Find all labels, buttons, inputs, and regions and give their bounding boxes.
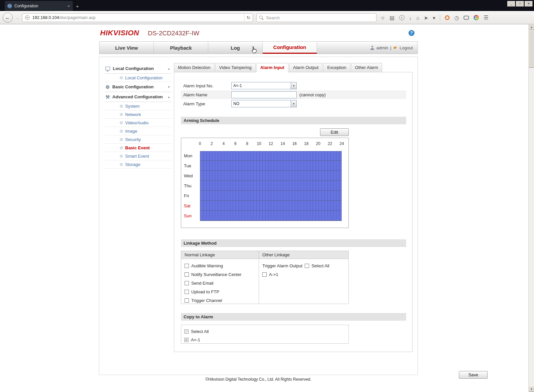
tab-alarm-input[interactable]: Alarm Input — [256, 63, 288, 72]
minimize-button[interactable]: _ — [507, 1, 515, 7]
home-icon[interactable]: ⌂ — [416, 15, 419, 20]
schedule-grid[interactable] — [200, 151, 342, 221]
trigger-channel-checkbox[interactable] — [185, 298, 189, 303]
alarm-input-no-select[interactable]: A<-1 ▼ — [231, 82, 297, 89]
edit-schedule-button[interactable]: Edit — [320, 128, 349, 136]
sidebar-item-system[interactable]: System — [105, 102, 172, 110]
checkbox-row-a-to-1[interactable]: A->1 — [262, 270, 348, 279]
reload-button[interactable]: ↻ — [244, 14, 253, 22]
window-titlebar: Configuration ✕ + _ □ ✕ — [0, 0, 534, 11]
alarm-type-label: Alarm Type — [181, 101, 231, 106]
scrollbar-thumb[interactable] — [529, 30, 534, 68]
checkbox-label: A<-1 — [191, 337, 200, 342]
pocket-icon[interactable]: ∨ — [399, 15, 405, 20]
checkbox-row-notify-surveillance-center[interactable]: Notify Surveillance Center — [185, 270, 259, 279]
new-tab-button[interactable]: + — [73, 1, 82, 11]
sidebar-item-local-configuration[interactable]: Local Configuration — [105, 74, 172, 82]
tab-motion-detection[interactable]: Motion Detection — [174, 63, 215, 72]
alarm-type-select[interactable]: NO ▼ — [231, 100, 297, 107]
alarm-output-a1-checkbox[interactable] — [262, 272, 267, 277]
sidebar-item-storage[interactable]: Storage — [105, 160, 172, 169]
tab-close-icon[interactable]: ✕ — [67, 4, 70, 8]
select-arrow-icon[interactable]: ▼ — [291, 82, 296, 89]
copy-a1-checkbox[interactable]: ✓ — [184, 338, 189, 342]
scroll-down-button[interactable]: ▼ — [529, 386, 534, 392]
nav-tab-playback[interactable]: Playback — [154, 42, 208, 54]
main-nav: Live View Playback Log Configuration adm… — [99, 41, 418, 54]
nav-tab-configuration[interactable]: Configuration — [263, 42, 317, 54]
tab-alarm-output[interactable]: Alarm Output — [289, 63, 323, 72]
copy-a1-row[interactable]: ✓ A<-1 — [184, 336, 348, 344]
check-icon: ✓ — [185, 338, 188, 342]
sidebar-group-local-configuration[interactable]: Local Configuration ▴ — [105, 64, 172, 74]
schedule-hour-labels: 0 2 4 6 8 10 12 14 16 18 20 22 24 — [200, 141, 342, 147]
linkage-method-header: Linkage Method — [181, 239, 406, 247]
sidebar-item-video-audio[interactable]: Video/Audio — [105, 119, 172, 127]
sidebar-item-basic-event[interactable]: Basic Event — [105, 144, 172, 152]
hour-label: 16 — [292, 141, 297, 146]
upload-to-ftp-checkbox[interactable] — [185, 290, 189, 294]
toolbar-icons: ☆ ▤ ∨ ↓ ⌂ ➤ ▾ ◷ C ☰ — [380, 11, 489, 24]
send-plane-icon[interactable]: ➤ — [424, 15, 428, 20]
checkbox-row-send-email[interactable]: Send Email — [185, 279, 259, 287]
user-icon — [370, 46, 374, 50]
sidebar-item-network[interactable]: Network — [105, 110, 172, 119]
chevron-down-icon: ▾ — [168, 85, 170, 89]
bullet-icon — [120, 146, 123, 149]
tab-exception[interactable]: Exception — [323, 63, 350, 72]
sidebar-item-smart-event[interactable]: Smart Event — [105, 152, 172, 160]
checkbox-row-audible-warning[interactable]: Audible Warning — [185, 261, 259, 270]
tab-other-alarm[interactable]: Other Alarm — [351, 63, 382, 72]
hour-label: 22 — [328, 141, 332, 146]
trigger-select-all-checkbox[interactable] — [305, 264, 309, 268]
alarm-type-value: NO — [232, 101, 291, 106]
gear-icon: ⚙ — [105, 85, 110, 89]
help-button[interactable]: ? — [409, 30, 415, 36]
bullet-icon — [120, 163, 123, 166]
monitor-icon — [105, 67, 110, 70]
copy-select-all-row[interactable]: Select All — [184, 327, 348, 336]
downloads-icon[interactable]: ↓ — [409, 15, 412, 20]
tab-video-tampering[interactable]: Video Tampering — [215, 63, 256, 72]
maximize-button[interactable]: □ — [516, 1, 524, 7]
site-identity-globe-icon[interactable] — [25, 15, 30, 20]
url-bar[interactable]: 192.168.0.104/doc/page/main.asp ↻ — [22, 13, 253, 22]
forward-button[interactable]: → — [14, 15, 21, 21]
send-email-checkbox[interactable] — [185, 281, 189, 285]
menu-hamburger-icon[interactable]: ☰ — [484, 15, 488, 20]
chat-bubble-extension-icon[interactable] — [464, 16, 469, 20]
browser-tab[interactable]: Configuration ✕ — [5, 1, 73, 11]
alarm-name-input[interactable] — [231, 91, 297, 98]
sidebar-item-security[interactable]: Security — [105, 135, 172, 144]
search-input[interactable] — [266, 15, 376, 20]
day-label-sat: Sat — [181, 201, 200, 211]
save-button[interactable]: Save — [459, 371, 488, 379]
checkbox-row-trigger-channel[interactable]: Trigger Channel — [185, 296, 259, 305]
search-bar[interactable] — [256, 13, 376, 22]
hour-label: 20 — [316, 141, 320, 146]
day-label-thu: Thu — [181, 181, 200, 191]
window-controls: _ □ ✕ — [507, 0, 534, 11]
notify-surveillance-center-checkbox[interactable] — [185, 272, 189, 277]
orange-ring-extension-icon[interactable] — [445, 15, 450, 20]
other-linkage-header: Other Linkage — [259, 251, 348, 259]
nav-tab-live-view[interactable]: Live View — [99, 42, 154, 54]
close-button[interactable]: ✕ — [525, 1, 533, 7]
logout-link[interactable]: Logout — [399, 45, 413, 50]
scrollbar[interactable]: ▲ ▼ — [528, 24, 534, 392]
reading-list-icon[interactable]: ▤ — [389, 15, 394, 20]
sidebar-item-image[interactable]: Image — [105, 127, 172, 135]
letter-c-extension-icon[interactable]: C — [474, 15, 479, 20]
select-arrow-icon[interactable]: ▼ — [291, 100, 296, 107]
alarm-input-no-row: Alarm Input No. A<-1 ▼ — [181, 81, 406, 90]
back-button[interactable]: ← — [3, 13, 13, 23]
checkbox-row-upload-to-ftp[interactable]: Upload to FTP — [185, 287, 259, 296]
sidebar-group-advanced-configuration[interactable]: ⚒ Advanced Configuration ▴ — [105, 92, 172, 102]
clock-extension-icon[interactable]: ◷ — [454, 15, 459, 21]
scroll-up-button[interactable]: ▲ — [529, 24, 534, 30]
overflow-caret-icon[interactable]: ▾ — [433, 15, 436, 20]
sidebar-group-basic-configuration[interactable]: ⚙ Basic Configuration ▾ — [105, 82, 172, 92]
copy-select-all-checkbox[interactable] — [184, 329, 189, 334]
bookmark-star-icon[interactable]: ☆ — [380, 15, 385, 20]
audible-warning-checkbox[interactable] — [185, 264, 189, 268]
